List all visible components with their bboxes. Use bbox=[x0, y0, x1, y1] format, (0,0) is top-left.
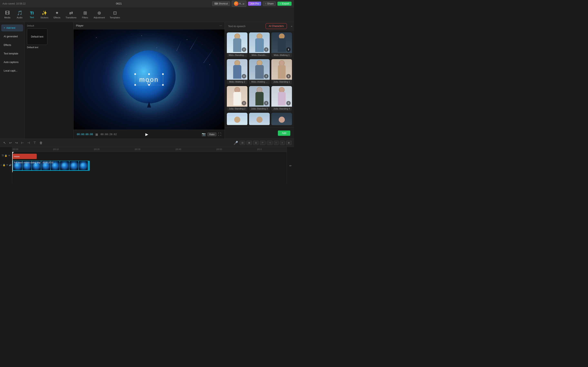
download-icon[interactable]: ⬇ bbox=[286, 47, 291, 52]
character-card-extra-2[interactable] bbox=[249, 113, 270, 125]
text-clip[interactable]: moon bbox=[12, 154, 37, 159]
ratio-button[interactable]: Ratio bbox=[208, 133, 216, 136]
video-lock-icon[interactable]: 🔒 bbox=[3, 164, 6, 166]
character-card-mido-standing-2[interactable]: ⬇ Mido–Standin... bbox=[249, 33, 270, 58]
toolbar-item-effects[interactable]: ✦ Effects bbox=[51, 9, 63, 20]
mute-button[interactable]: ⊦ bbox=[274, 141, 279, 145]
default-text-card[interactable]: Default text bbox=[27, 29, 47, 45]
magnet-button[interactable]: ⊠ bbox=[246, 141, 252, 145]
auto-captions-button[interactable]: Auto captions bbox=[1, 59, 23, 66]
character-card-mido-walking-2[interactable]: ⬇ Mido–Walking 2 bbox=[227, 59, 247, 84]
tab-ai-characters[interactable]: AI Characters bbox=[266, 23, 287, 29]
character-card-julia-standing-3[interactable]: ⬇ Julia–Standing 3 bbox=[249, 86, 270, 111]
export-button[interactable]: ↑ Export bbox=[277, 2, 292, 6]
eye-track-icon[interactable]: 👁 bbox=[8, 154, 10, 157]
project-id: 0621 bbox=[116, 2, 122, 5]
toolbar-item-templates[interactable]: ⊡ Templates bbox=[108, 9, 122, 20]
share-button[interactable]: ↑ Share bbox=[263, 1, 276, 6]
download-icon[interactable]: ⬇ bbox=[264, 74, 268, 78]
ruler-00: |00:00 bbox=[12, 148, 18, 150]
download-icon[interactable]: ⬇ bbox=[242, 101, 246, 105]
download-icon[interactable]: ⬇ bbox=[242, 47, 246, 52]
character-card-mido-standing-1[interactable]: ⬇ Mido–Standing... bbox=[227, 33, 247, 58]
character-card-julia-standing-4[interactable]: ⬇ Julia–Standing 4 bbox=[271, 86, 292, 111]
char-name-mido-holding: Mido–Holding ... bbox=[249, 80, 270, 84]
ai-generated-button[interactable]: AI generated bbox=[1, 33, 23, 40]
redo-button[interactable]: ↪ bbox=[14, 140, 18, 146]
video-audio-icon[interactable]: 🔊 bbox=[9, 164, 11, 166]
handle-tm[interactable] bbox=[148, 73, 150, 75]
join-pro-button[interactable]: Join Pro bbox=[248, 2, 261, 6]
toolbar-item-text[interactable]: TI Text bbox=[26, 9, 38, 20]
split-button[interactable]: ⊣ bbox=[26, 140, 31, 146]
lock-track-icon[interactable]: 🔒 bbox=[4, 154, 7, 157]
video-eye-icon[interactable]: 👁 bbox=[6, 164, 8, 166]
toolbar-item-transitions[interactable]: ⇄ Transitions bbox=[63, 9, 78, 20]
ruler-10: |00:10 bbox=[53, 148, 59, 150]
download-icon[interactable]: ⬇ bbox=[286, 74, 291, 78]
tab-text-to-speech[interactable]: Text-to-speech bbox=[225, 23, 249, 30]
plus-icon: + bbox=[4, 26, 5, 29]
download-icon[interactable]: ⬇ bbox=[286, 101, 291, 105]
undo-button[interactable]: ↩ bbox=[8, 140, 13, 146]
toolbar-item-adjustment[interactable]: ⊛ Adjustment bbox=[92, 9, 107, 20]
toolbar-item-audio[interactable]: 🎵 Audio bbox=[14, 9, 25, 20]
handle-br[interactable] bbox=[162, 84, 164, 86]
text-template-button[interactable]: Text template bbox=[1, 50, 23, 57]
character-card-extra-1[interactable] bbox=[227, 113, 247, 125]
add-character-button[interactable]: Add bbox=[278, 131, 290, 136]
handle-bl[interactable] bbox=[134, 84, 136, 86]
top-bar-actions: ⌨ Shortcut A A...u Join Pro ↑ Share ↑ Ex… bbox=[212, 1, 292, 7]
play-button[interactable]: ▶ bbox=[144, 132, 150, 137]
toolbar-item-stickers[interactable]: ✨ Stickers bbox=[38, 9, 51, 20]
ruler-20: |00:20 bbox=[94, 148, 100, 150]
playhead[interactable] bbox=[12, 152, 13, 172]
player-controls: 00:00:00:00 ▦ 00:00:20:02 ▶ 📷 Ratio ⛶ bbox=[73, 130, 225, 139]
char-name-julia-standing-1: Julia–Standing 1 bbox=[271, 80, 292, 84]
handle-tl[interactable] bbox=[134, 73, 136, 75]
collapse-panel-icon[interactable]: « bbox=[289, 23, 294, 29]
left-panel: + Add text AI generated Effects Text tem… bbox=[0, 22, 25, 139]
character-card-julia-standing-1[interactable]: ⬇ Julia–Standing 1 bbox=[271, 59, 292, 84]
zoom-fit-button[interactable]: ⊕ bbox=[286, 141, 292, 145]
toolbar-item-media[interactable]: 🎞 Media bbox=[2, 9, 13, 20]
fullscreen-icon[interactable]: ⛶ bbox=[218, 133, 221, 136]
delete-button[interactable]: 🗑 bbox=[39, 140, 43, 146]
timeline-grid-btn[interactable]: ▦ bbox=[95, 133, 98, 136]
rotate-handle[interactable] bbox=[147, 82, 151, 85]
link-button[interactable]: ⊡ bbox=[253, 141, 259, 145]
add-text-button[interactable]: + Add text bbox=[1, 25, 23, 31]
player-menu-icon[interactable]: ⋯ bbox=[219, 24, 222, 27]
cursor-tool-button[interactable]: ↖ bbox=[2, 140, 7, 146]
char-image-mido-standing-2: ⬇ bbox=[249, 33, 270, 53]
character-card-mido-walking-1[interactable]: ⬇ Mido–Walking 1 bbox=[271, 33, 292, 58]
character-card-mido-holding[interactable]: ⬇ Mido–Holding ... bbox=[249, 59, 270, 84]
effects-button[interactable]: Effects bbox=[1, 42, 23, 49]
lock-button[interactable]: ⊧ bbox=[280, 141, 285, 145]
handle-tr[interactable] bbox=[162, 73, 164, 75]
microphone-icon[interactable]: 🎤 bbox=[233, 141, 238, 145]
screenshot-icon[interactable]: 📷 bbox=[202, 132, 206, 136]
character-card-julia-standing-2[interactable]: ⬇ Julia–Standing 2 bbox=[227, 86, 247, 111]
split-start-button[interactable]: ⊢ bbox=[20, 140, 25, 146]
char-image-julia-standing-3: ⬇ bbox=[249, 86, 270, 107]
char-image-extra-2 bbox=[249, 113, 270, 125]
character-card-extra-3[interactable] bbox=[271, 113, 292, 125]
download-icon[interactable]: ⬇ bbox=[242, 74, 246, 78]
user-avatar-button[interactable]: A A...u bbox=[232, 1, 247, 7]
split-end-button[interactable]: ⊤ bbox=[33, 140, 37, 146]
video-track-content: Full moon meteor sailing ship 00:00:20:0… bbox=[12, 160, 287, 171]
edit-icon[interactable]: ✏ bbox=[289, 164, 292, 167]
filters-icon: ⊞ bbox=[83, 10, 87, 16]
unlink-button[interactable]: ⊢ bbox=[260, 141, 266, 145]
toolbar-item-filters[interactable]: ⊞ Filters bbox=[79, 9, 91, 20]
download-icon[interactable]: ⬇ bbox=[264, 47, 268, 52]
download-icon[interactable]: ⬇ bbox=[264, 101, 268, 105]
snap-button[interactable]: ⊟ bbox=[240, 141, 245, 145]
export-icon: ↑ bbox=[280, 2, 281, 5]
local-captions-button[interactable]: Local capti... bbox=[1, 67, 23, 74]
video-clip[interactable]: Full moon meteor sailing ship 00:00:20:0… bbox=[12, 161, 90, 171]
keyboard-shortcut-button[interactable]: ⌨ Shortcut bbox=[212, 1, 230, 6]
track-labels: TI 🔒 👁 □ 🔒 👁 🔊 bbox=[0, 147, 12, 184]
preview-button[interactable]: ⊣ bbox=[267, 141, 273, 145]
